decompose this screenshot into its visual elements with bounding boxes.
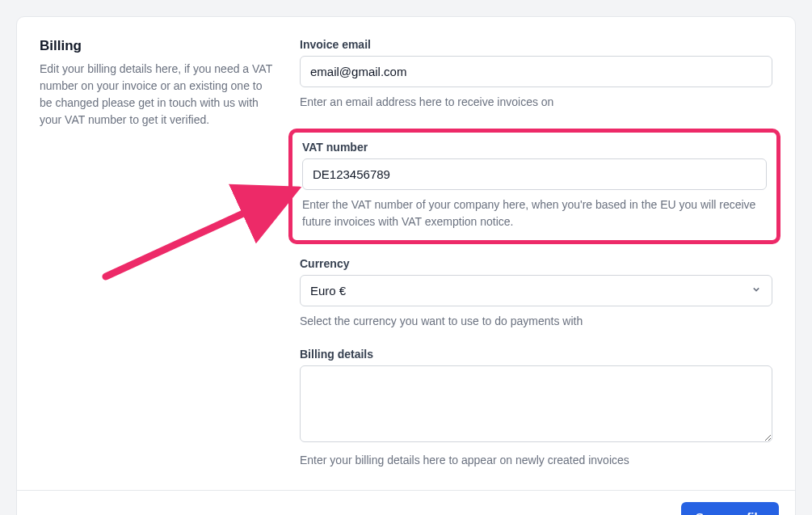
save-profile-button[interactable]: Save profile — [681, 502, 779, 515]
invoice-email-group: Invoice email Enter an email address her… — [300, 38, 772, 111]
billing-title: Billing — [40, 38, 274, 54]
currency-select[interactable]: Euro € — [300, 275, 772, 306]
invoice-email-label: Invoice email — [300, 38, 772, 51]
vat-highlight-box: VAT number Enter the VAT number of your … — [288, 129, 780, 244]
vat-number-input[interactable] — [302, 158, 767, 190]
billing-details-group: Billing details Enter your billing detai… — [300, 348, 772, 469]
currency-select-wrapper: Euro € — [300, 275, 772, 306]
billing-description: Edit your billing details here, if you n… — [40, 61, 274, 129]
vat-number-helper: Enter the VAT number of your company her… — [302, 196, 767, 230]
billing-details-textarea[interactable] — [300, 365, 772, 442]
billing-details-label: Billing details — [300, 348, 772, 361]
card-footer: Save profile — [17, 490, 795, 515]
billing-sidebar: Billing Edit your billing details here, … — [40, 38, 274, 469]
currency-group: Currency Euro € Select the currency you … — [300, 257, 772, 330]
invoice-email-helper: Enter an email address here to receive i… — [300, 94, 772, 111]
vat-number-label: VAT number — [302, 141, 767, 154]
billing-form: Invoice email Enter an email address her… — [300, 38, 772, 469]
card-body: Billing Edit your billing details here, … — [17, 17, 795, 490]
currency-helper: Select the currency you want to use to d… — [300, 313, 772, 330]
billing-card: Billing Edit your billing details here, … — [16, 16, 796, 515]
billing-details-helper: Enter your billing details here to appea… — [300, 452, 772, 469]
currency-label: Currency — [300, 257, 772, 270]
invoice-email-input[interactable] — [300, 56, 772, 87]
